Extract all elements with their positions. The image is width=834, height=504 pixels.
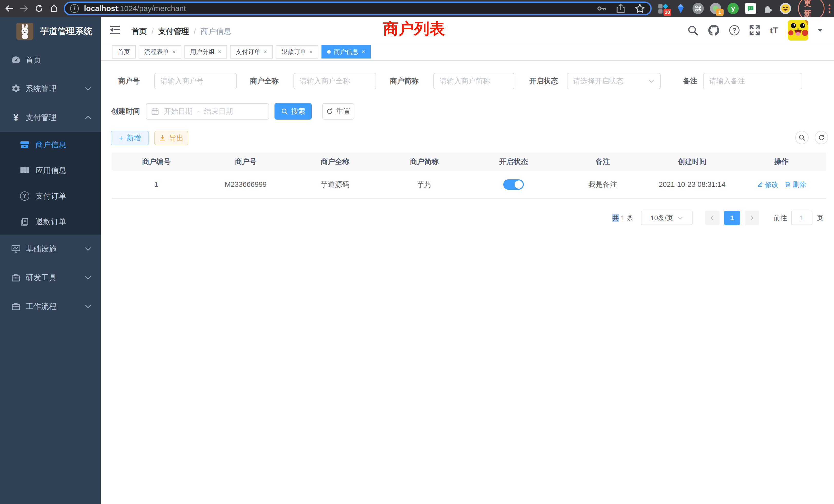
- page-annotation-title: 商户列表: [383, 19, 445, 39]
- merchant-table: 商户编号 商户号 商户全称 商户简称 开启状态 备注 创建时间 操作 1 M23…: [112, 153, 826, 199]
- font-size-icon[interactable]: tT: [770, 25, 778, 36]
- chevron-down-icon: [85, 276, 91, 280]
- prev-page-button[interactable]: [705, 211, 720, 225]
- yen-circle-icon: ¥: [20, 191, 30, 201]
- short-name-input[interactable]: [434, 73, 514, 89]
- close-icon[interactable]: ×: [218, 48, 221, 55]
- merchant-no-input[interactable]: [154, 73, 237, 89]
- sidebar-item-workflow[interactable]: 工作流程: [0, 292, 101, 321]
- status-select[interactable]: 请选择开启状态: [567, 73, 661, 89]
- tab-process-form[interactable]: 流程表单×: [139, 45, 181, 59]
- dashboard-icon: [11, 55, 21, 65]
- avatar-caret-down-icon[interactable]: [817, 29, 823, 32]
- extensions-puzzle-icon[interactable]: [762, 3, 774, 14]
- col-short-name: 商户简称: [379, 153, 469, 171]
- sidebar-item-pay-order[interactable]: ¥ 支付订单: [0, 183, 101, 209]
- tab-pay-order[interactable]: 支付订单×: [230, 45, 273, 59]
- sidebar-item-payment[interactable]: ¥ 支付管理: [0, 103, 101, 132]
- page-number-button[interactable]: 1: [724, 211, 740, 225]
- filter-label-remark: 备注: [683, 73, 697, 89]
- toggle-search-icon-button[interactable]: [795, 131, 809, 144]
- password-key-icon[interactable]: [596, 3, 607, 14]
- browser-back-button[interactable]: [4, 3, 15, 14]
- browser-reload-button[interactable]: [34, 3, 45, 14]
- tab-home[interactable]: 首页: [112, 45, 136, 59]
- extension-gem-icon[interactable]: [675, 3, 687, 14]
- sidebar-item-dev-tools[interactable]: 研发工具: [0, 263, 101, 292]
- filter-label-short-name: 商户简称: [390, 73, 419, 89]
- sidebar-item-label: 基础设施: [26, 244, 57, 254]
- extension-chat-icon[interactable]: [745, 3, 756, 14]
- sidebar-item-system[interactable]: 系统管理: [0, 74, 101, 103]
- user-avatar[interactable]: [788, 20, 808, 41]
- sidebar-item-label: 退款订单: [36, 216, 66, 227]
- search-button[interactable]: 搜索: [275, 103, 312, 120]
- bookmark-star-icon[interactable]: [635, 3, 645, 14]
- browser-home-button[interactable]: [48, 3, 60, 14]
- refresh-icon-button[interactable]: [815, 131, 828, 144]
- reset-button[interactable]: 重置: [322, 103, 354, 120]
- browser-menu-icon[interactable]: [829, 4, 830, 13]
- sidebar-item-refund-order[interactable]: 退款订单: [0, 209, 101, 234]
- cell-create-time: 2021-10-23 08:31:14: [648, 171, 737, 198]
- browser-forward-button[interactable]: [19, 3, 30, 14]
- extension-command-icon[interactable]: [692, 3, 704, 14]
- header-search-icon[interactable]: [687, 25, 698, 36]
- filter-label-merchant-no: 商户号: [118, 73, 140, 89]
- address-bar[interactable]: i localhost:1024/pay/merchant: [64, 2, 652, 16]
- export-button[interactable]: 导出: [154, 131, 188, 145]
- extension-y-icon[interactable]: y: [727, 3, 739, 14]
- close-icon[interactable]: ×: [263, 48, 267, 55]
- add-button[interactable]: + 新增: [111, 131, 149, 145]
- sidebar-item-label: 支付订单: [36, 191, 66, 202]
- sidebar-item-merchant-info[interactable]: 商户信息: [0, 132, 101, 158]
- delete-link[interactable]: 删除: [785, 180, 806, 189]
- help-icon[interactable]: ?: [729, 25, 740, 36]
- site-info-icon[interactable]: i: [70, 4, 79, 13]
- full-name-input[interactable]: [293, 73, 376, 89]
- extension-badge: 10: [663, 9, 671, 16]
- sidebar-item-label: 研发工具: [26, 273, 57, 283]
- breadcrumb-section[interactable]: 支付管理: [158, 26, 189, 37]
- app-logo-row[interactable]: 芋道管理系统: [0, 17, 101, 46]
- tab-merchant-info[interactable]: 商户信息×: [322, 45, 371, 59]
- status-toggle[interactable]: [503, 179, 524, 190]
- sidebar-item-app-info[interactable]: 应用信息: [0, 158, 101, 183]
- sidebar: 芋道管理系统 首页 系统管理 ¥ 支付管理 商户信息: [0, 17, 101, 504]
- breadcrumb-separator: /: [194, 27, 196, 36]
- edit-link[interactable]: 修改: [757, 180, 778, 189]
- close-icon[interactable]: ×: [361, 48, 365, 55]
- sidebar-item-infrastructure[interactable]: 基础设施: [0, 234, 101, 263]
- tab-user-group[interactable]: 用户分组×: [184, 45, 227, 59]
- sidebar-item-label: 系统管理: [26, 84, 57, 94]
- breadcrumb-home[interactable]: 首页: [131, 26, 147, 37]
- col-full-name: 商户全称: [290, 153, 380, 171]
- remark-input[interactable]: [703, 73, 802, 89]
- table-row: 1 M233666999 芋道源码 芋艿 我是备注 2021-10-23 08:…: [112, 171, 826, 199]
- profile-emoji-icon[interactable]: [780, 3, 791, 14]
- gear-icon: [11, 84, 21, 94]
- sidebar-item-home[interactable]: 首页: [0, 46, 101, 74]
- page-size-select[interactable]: 10条/页: [641, 211, 693, 225]
- chevron-down-icon: [85, 247, 91, 251]
- sidebar-collapse-icon[interactable]: [110, 26, 120, 35]
- tab-refund-order[interactable]: 退款订单×: [276, 45, 319, 59]
- close-icon[interactable]: ×: [309, 48, 313, 55]
- sidebar-item-label: 支付管理: [26, 112, 57, 123]
- github-icon[interactable]: [708, 24, 720, 37]
- close-icon[interactable]: ×: [172, 48, 176, 55]
- end-date-placeholder: 结束日期: [204, 107, 233, 116]
- extension-blocks-icon[interactable]: 10: [657, 3, 669, 14]
- fullscreen-icon[interactable]: [749, 24, 761, 36]
- goto-page-input[interactable]: [791, 211, 812, 225]
- monitor-icon: [11, 244, 21, 254]
- goto-suffix: 页: [816, 213, 823, 223]
- pagination-total: 共 1 条: [612, 213, 633, 223]
- next-page-button[interactable]: [745, 211, 759, 225]
- create-time-range-picker[interactable]: 开始日期 - 结束日期: [146, 103, 269, 120]
- share-icon[interactable]: [615, 3, 626, 14]
- col-actions: 操作: [737, 153, 826, 171]
- toolbox-icon: [11, 273, 21, 283]
- chevron-down-icon: [85, 87, 91, 91]
- extension-proxy-icon[interactable]: 1: [710, 3, 722, 14]
